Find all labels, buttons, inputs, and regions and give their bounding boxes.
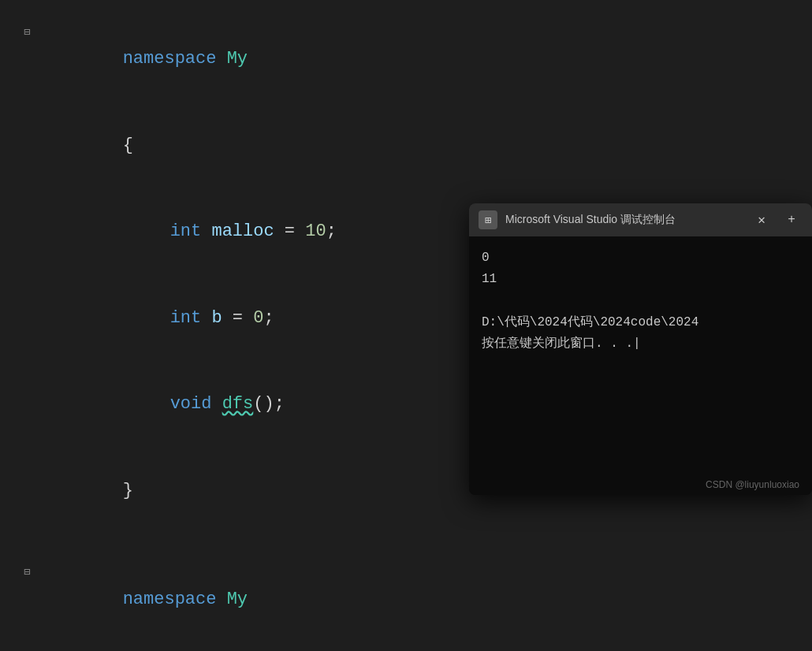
line-content: namespace My: [36, 17, 248, 101]
number: 10: [305, 221, 326, 241]
func-parens: ();: [253, 394, 285, 414]
fold-icon[interactable]: ⊟: [24, 564, 36, 581]
number: 0: [253, 308, 263, 328]
fold-spacer: [24, 110, 36, 128]
keyword-namespace: namespace: [123, 590, 227, 609]
fold-spacer: [24, 196, 36, 214]
semicolon: ;: [326, 221, 337, 241]
terminal-output-line-2: 11: [482, 269, 799, 290]
line-content: {: [36, 644, 133, 651]
keyword-namespace: namespace: [123, 49, 227, 69]
code-line: ⊟ namespace My: [0, 556, 812, 642]
keyword-int: int: [170, 308, 212, 328]
terminal-close-button[interactable]: ✕: [751, 209, 773, 231]
terminal-app-icon: ⊞: [479, 210, 497, 229]
operator: =: [274, 221, 306, 241]
line-content: }: [36, 449, 133, 533]
fold-spacer: [24, 283, 36, 300]
code-line: {: [0, 642, 812, 651]
fold-spacer: [24, 456, 36, 473]
terminal-window: ⊞ Microsoft Visual Studio 调试控制台 ✕ + 0 11…: [469, 203, 812, 495]
terminal-body: 0 11 D:\代码\2024代码\2024code\2024 按任意键关闭此窗…: [469, 236, 812, 474]
ns-name: My: [227, 49, 248, 69]
line-content: {: [36, 104, 133, 188]
terminal-titlebar: ⊞ Microsoft Visual Studio 调试控制台 ✕ +: [469, 203, 812, 236]
terminal-title: Microsoft Visual Studio 调试控制台: [505, 213, 743, 227]
fold-spacer: [24, 369, 36, 386]
operator: =: [222, 308, 254, 328]
keyword-void: void: [170, 394, 222, 414]
var-malloc: malloc: [211, 221, 274, 241]
fold-icon[interactable]: ⊟: [24, 24, 36, 41]
code-line: {: [0, 102, 812, 189]
namespace-block-2: ⊟ namespace My { int c=11; in: [0, 556, 812, 651]
terminal-footer: CSDN @liuyunluoxiao: [469, 474, 812, 495]
code-line: ⊟ namespace My: [0, 16, 812, 102]
terminal-output-line-3: D:\代码\2024代码\2024code\2024: [482, 312, 799, 333]
func-dfs: dfs: [222, 394, 254, 414]
terminal-output-blank: [482, 290, 799, 311]
brace-open: {: [123, 136, 133, 155]
line-content: namespace My: [36, 557, 248, 641]
terminal-output-line-1: 0: [482, 247, 799, 269]
ns-name: My: [227, 590, 248, 609]
line-content: int b = 0;: [36, 277, 274, 360]
section-gap: [0, 534, 812, 556]
var-b: b: [211, 308, 222, 328]
terminal-add-button[interactable]: +: [780, 209, 803, 231]
line-content: int malloc = 10;: [36, 190, 337, 273]
line-content: void dfs();: [36, 363, 285, 446]
terminal-output-line-4: 按任意键关闭此窗口. . .|: [482, 333, 799, 355]
brace-close: }: [123, 481, 133, 500]
keyword-int: int: [170, 221, 212, 241]
code-editor: ⊟ namespace My { int malloc = 10;: [0, 0, 812, 651]
semicolon: ;: [263, 308, 274, 328]
